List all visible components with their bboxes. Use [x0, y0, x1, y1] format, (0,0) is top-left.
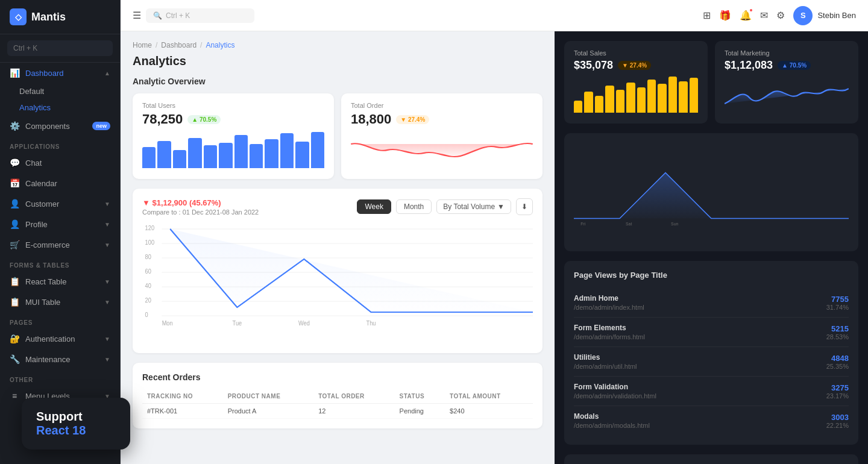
mail-icon[interactable]: ✉: [760, 10, 768, 21]
chevron-down-icon: ▼: [104, 299, 110, 306]
sidebar-item-label: E-commerce: [25, 240, 98, 249]
topbar-left: ☰ 🔍 Ctrl + K: [133, 8, 254, 23]
cell: #TRK-001: [142, 404, 223, 419]
download-button[interactable]: ⬇: [516, 198, 533, 215]
pv-right: 4848 25.35%: [826, 354, 849, 370]
dropdown-arrow: ▼: [497, 202, 505, 211]
pv-row-form-validation: Form Validation /demo/admin/validation.h…: [574, 377, 849, 406]
sidebar-item-maintenance[interactable]: 🔧 Maintenance ▼: [0, 349, 120, 369]
sidebar-item-chat[interactable]: 💬 Chat: [0, 152, 120, 173]
pv-page-name: Form Validation: [574, 383, 656, 391]
pv-pct: 25.35%: [826, 363, 849, 370]
col-product: PRODUCT NAME: [223, 389, 313, 404]
mui-table-icon: 📋: [10, 297, 19, 307]
breadcrumb-home[interactable]: Home: [133, 41, 152, 49]
sidebar-item-label: Dashboard: [25, 69, 98, 78]
menu-toggle-icon[interactable]: ☰: [133, 10, 141, 21]
breadcrumb-dashboard[interactable]: Dashboard: [161, 41, 197, 49]
pv-page-name: Modals: [574, 412, 650, 421]
sidebar-item-default[interactable]: Default: [19, 83, 120, 99]
logo-icon: ◇: [10, 8, 27, 25]
main-area: ☰ 🔍 Ctrl + K ⊞ 🎁 🔔 ✉ ⚙ S Stebin Ben: [121, 0, 868, 464]
sidebar: ◇ Mantis 📊 Dashboard ▲ Default Analytics…: [0, 0, 121, 464]
cell: $240: [445, 404, 533, 419]
user-avatar-area[interactable]: S Stebin Ben: [793, 6, 856, 25]
pv-pct: 23.17%: [826, 392, 849, 400]
search-icon: 🔍: [153, 11, 162, 20]
svg-text:60: 60: [145, 268, 151, 275]
col-total-amount: TOTAL AMOUNT: [445, 389, 533, 404]
bar: [647, 80, 656, 113]
bar: [595, 96, 603, 113]
chevron-down-icon: ▼: [104, 278, 110, 285]
sidebar-search-input[interactable]: [7, 40, 113, 56]
bar: [574, 101, 582, 113]
breadcrumb: Home / Dashboard / Analytics: [133, 41, 542, 49]
react-table-icon: 📋: [10, 277, 19, 286]
income-amount: ▼ $1,12,900 (45.67%): [142, 198, 259, 207]
notification-icon[interactable]: 🔔: [740, 10, 752, 21]
dark-stat-label-marketing: Total Marketing: [725, 49, 849, 57]
bar: [280, 133, 294, 168]
support-popup[interactable]: Support React 18: [22, 398, 130, 450]
sidebar-item-profile[interactable]: 👤 Profile ▼: [0, 214, 120, 234]
sidebar-item-mui-table[interactable]: 📋 MUI Table ▼: [0, 292, 120, 312]
sidebar-item-label: Chat: [25, 158, 110, 168]
svg-text:20: 20: [145, 297, 151, 304]
svg-text:80: 80: [145, 254, 151, 260]
sidebar-search-area: [0, 34, 120, 63]
support-title: Support: [36, 410, 116, 424]
svg-text:Tue: Tue: [233, 320, 242, 327]
pv-info: Admin Home /demo/admin/index.html: [574, 294, 644, 311]
logo-text: Mantis: [31, 11, 66, 24]
sidebar-item-label: Authentication: [25, 334, 98, 343]
pv-count: 3275: [826, 383, 849, 392]
sidebar-item-calendar[interactable]: 📅 Calendar: [0, 173, 120, 193]
bar: [584, 92, 593, 113]
customer-icon: 👤: [10, 199, 19, 208]
sidebar-item-ecommerce[interactable]: 🛒 E-commerce ▼: [0, 234, 120, 255]
week-button[interactable]: Week: [357, 199, 391, 214]
bar: [173, 150, 186, 168]
pv-info: Modals /demo/admin/modals.html: [574, 412, 650, 429]
sidebar-logo[interactable]: ◇ Mantis: [0, 0, 120, 34]
users-chart: [142, 132, 324, 168]
income-controls: Week Month By Total Volume ▼ ⬇: [357, 198, 533, 215]
sidebar-item-react-table[interactable]: 📋 React Table ▼: [0, 271, 120, 292]
apps-icon[interactable]: ⊞: [703, 10, 711, 21]
bar: [679, 81, 687, 113]
stat-badge-orders: ▼ 27.4%: [396, 115, 429, 124]
auth-icon: 🔐: [10, 334, 19, 343]
stat-card-users: Total Users 78,250 ▲ 70.5%: [133, 93, 334, 179]
sidebar-item-analytics[interactable]: Analytics: [19, 99, 120, 116]
volume-dropdown[interactable]: By Total Volume ▼: [436, 199, 511, 214]
month-button[interactable]: Month: [396, 199, 432, 214]
pv-page-name: Utilities: [574, 353, 637, 362]
ecommerce-icon: 🛒: [10, 240, 19, 249]
bar: [219, 143, 232, 168]
sidebar-item-authentication[interactable]: 🔐 Authentication ▼: [0, 328, 120, 349]
bar: [204, 145, 217, 168]
stat-cards-row: Total Users 78,250 ▲ 70.5%: [133, 93, 542, 179]
topbar-search[interactable]: 🔍 Ctrl + K: [146, 8, 254, 23]
right-panel: Total Sales $35,078 ▼ 27.4%: [555, 31, 868, 464]
sidebar-item-customer[interactable]: 👤 Customer ▼: [0, 193, 120, 214]
bar: [234, 135, 248, 168]
pv-info: Utilities /demo/admin/util.html: [574, 353, 637, 370]
income-header: ▼ $1,12,900 (45.67%) Compare to : 01 Dec…: [142, 198, 533, 216]
bar: [295, 142, 309, 168]
breadcrumb-current: Analytics: [206, 41, 234, 49]
settings-icon[interactable]: ⚙: [776, 10, 785, 21]
menu-icon: ≡: [10, 391, 19, 401]
sidebar-item-components[interactable]: ⚙️ Components new: [0, 116, 120, 136]
avatar: S: [793, 6, 813, 25]
table-row: #TRK-001 Product A 12 Pending $240: [142, 404, 533, 419]
svg-text:Thu: Thu: [366, 320, 376, 327]
gift-icon[interactable]: 🎁: [719, 10, 731, 21]
sidebar-item-dashboard[interactable]: 📊 Dashboard ▲: [0, 63, 120, 83]
svg-text:Wed: Wed: [298, 320, 310, 327]
chevron-down-icon: ▼: [104, 221, 110, 228]
pv-row-form-elements: Form Elements /demo/admin/forms.html 521…: [574, 318, 849, 347]
pv-count: 3003: [826, 413, 849, 422]
bar: [690, 78, 698, 113]
